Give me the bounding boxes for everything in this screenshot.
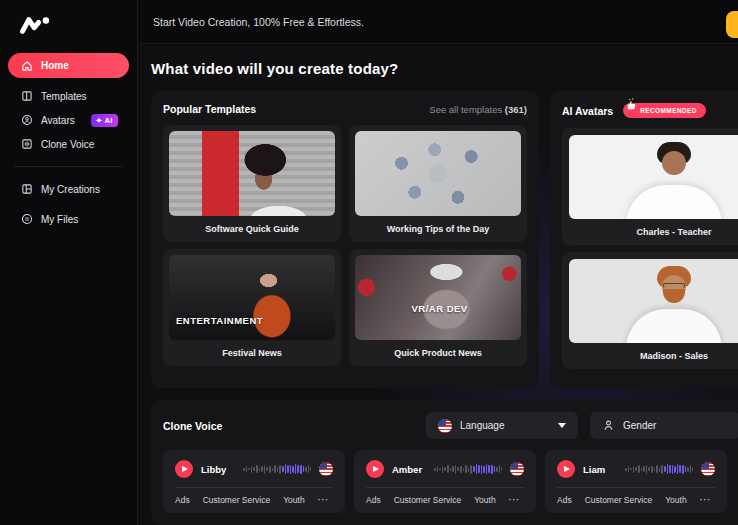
voice-card-amber[interactable]: Amber Ads Customer Service Youth ··· [354, 450, 536, 513]
sidebar-nav: Home Templates Avatars ✦ AI Clone Voice [0, 53, 137, 231]
audio-waveform [434, 462, 502, 476]
template-label: Working Tips of the Day [355, 216, 521, 241]
voice-tag: Youth [283, 495, 304, 505]
sidebar-item-label: Home [41, 60, 69, 71]
page-title: What video will you create today? [151, 60, 738, 77]
template-thumbnail [355, 131, 521, 216]
sidebar: Home Templates Avatars ✦ AI Clone Voice [0, 0, 138, 525]
sidebar-item-templates[interactable]: Templates [0, 84, 137, 108]
voice-tag: Customer Service [394, 495, 462, 505]
popular-templates-title: Popular Templates [163, 103, 256, 115]
template-thumbnail [169, 131, 335, 216]
sidebar-divider [14, 166, 123, 167]
divider [557, 487, 715, 488]
language-filter-label: Language [460, 420, 505, 431]
my-creations-icon [20, 183, 33, 196]
sidebar-item-label: Clone Voice [41, 139, 94, 150]
avatar-label: Madison - Sales [569, 343, 738, 369]
template-thumbnail: VR/AR DEV [355, 255, 521, 340]
template-label: Quick Product News [355, 340, 521, 365]
recommended-badge: RECOMMENDED [623, 103, 706, 118]
template-card-festival-news[interactable]: ENTERTAINMENT Festival News [163, 249, 341, 366]
voice-tag: Youth [474, 495, 495, 505]
us-flag-icon [701, 462, 715, 476]
voice-card-liam[interactable]: Liam Ads Customer Service Youth ··· [545, 450, 727, 513]
avatar-card-madison[interactable]: Madison - Sales [562, 252, 738, 369]
person-icon [602, 419, 615, 432]
voice-tag: Ads [366, 495, 381, 505]
voice-name: Libby [201, 464, 235, 475]
voice-tag: Ads [175, 495, 190, 505]
audio-waveform [625, 462, 693, 476]
thumbnail-overlay-text: VR/AR DEV [411, 303, 467, 314]
glasses [663, 283, 685, 288]
gender-filter-dropdown[interactable]: Gender [590, 412, 738, 439]
thumbs-up-icon [625, 98, 638, 111]
voice-name: Liam [583, 464, 617, 475]
voice-tag: Youth [665, 495, 686, 505]
sidebar-item-label: Avatars [41, 115, 75, 126]
templates-count: (361) [505, 104, 527, 115]
home-icon [20, 59, 33, 72]
sidebar-item-home[interactable]: Home [8, 53, 129, 78]
sidebar-item-label: My Files [41, 214, 78, 225]
play-button[interactable] [175, 460, 193, 478]
more-tags-button[interactable]: ··· [318, 495, 330, 505]
template-card-quick-product-news[interactable]: VR/AR DEV Quick Product News [349, 249, 527, 366]
main-content: What video will you create today? Popula… [139, 45, 738, 525]
ai-avatars-panel: AI Avatars RECOMMENDED Charles - Teach [550, 91, 738, 388]
voice-name: Amber [392, 464, 426, 475]
see-all-templates-link[interactable]: See all templates (361) [429, 104, 527, 115]
voice-tag: Customer Service [203, 495, 271, 505]
voice-tag: Ads [557, 495, 572, 505]
divider [366, 487, 524, 488]
sidebar-item-my-files[interactable]: My Files [0, 207, 137, 231]
more-tags-button[interactable]: ··· [700, 495, 712, 505]
sidebar-item-label: Templates [41, 91, 87, 102]
avatar-card-charles[interactable]: Charles - Teacher [562, 128, 738, 245]
sidebar-item-label: My Creations [41, 184, 100, 195]
avatars-icon [20, 114, 33, 127]
my-files-icon [20, 213, 33, 226]
template-thumbnail: ENTERTAINMENT [169, 255, 335, 340]
us-flag-icon [319, 462, 333, 476]
language-filter-dropdown[interactable]: Language [426, 412, 578, 439]
gender-filter-label: Gender [623, 420, 656, 431]
divider [175, 487, 333, 488]
ai-avatars-title: AI Avatars [562, 105, 613, 117]
sidebar-item-avatars[interactable]: Avatars ✦ AI [0, 108, 137, 132]
promo-text: Start Video Creation, 100% Free & Effort… [153, 16, 364, 28]
chevron-down-icon [558, 423, 566, 428]
avatar-photo [569, 135, 738, 219]
play-button[interactable] [366, 460, 384, 478]
more-tags-button[interactable]: ··· [509, 495, 521, 505]
thumbnail-overlay-text: ENTERTAINMENT [176, 315, 263, 326]
template-card-working-tips[interactable]: Working Tips of the Day [349, 125, 527, 242]
template-label: Festival News [169, 340, 335, 365]
sidebar-item-clone-voice[interactable]: Clone Voice [0, 132, 137, 156]
sidebar-item-my-creations[interactable]: My Creations [0, 177, 137, 201]
app-logo[interactable] [18, 13, 54, 37]
templates-icon [20, 90, 33, 103]
us-flag-icon [438, 419, 452, 433]
avatar-photo [569, 259, 738, 343]
avatar-label: Charles - Teacher [569, 219, 738, 245]
us-flag-icon [510, 462, 524, 476]
voice-card-libby[interactable]: Libby Ads Customer Service Youth ··· [163, 450, 345, 513]
create-cta-button[interactable] [726, 11, 738, 38]
play-button[interactable] [557, 460, 575, 478]
voice-tag: Customer Service [585, 495, 653, 505]
template-card-software-quick-guide[interactable]: Software Quick Guide [163, 125, 341, 242]
clone-voice-icon [20, 138, 33, 151]
clone-voice-panel: Clone Voice Language Gender Libby [151, 400, 738, 525]
template-label: Software Quick Guide [169, 216, 335, 241]
clone-voice-title: Clone Voice [163, 420, 222, 432]
top-bar: Start Video Creation, 100% Free & Effort… [139, 0, 738, 44]
audio-waveform [243, 462, 311, 476]
ai-badge: ✦ AI [91, 114, 118, 127]
popular-templates-panel: Popular Templates See all templates (361… [151, 91, 539, 388]
